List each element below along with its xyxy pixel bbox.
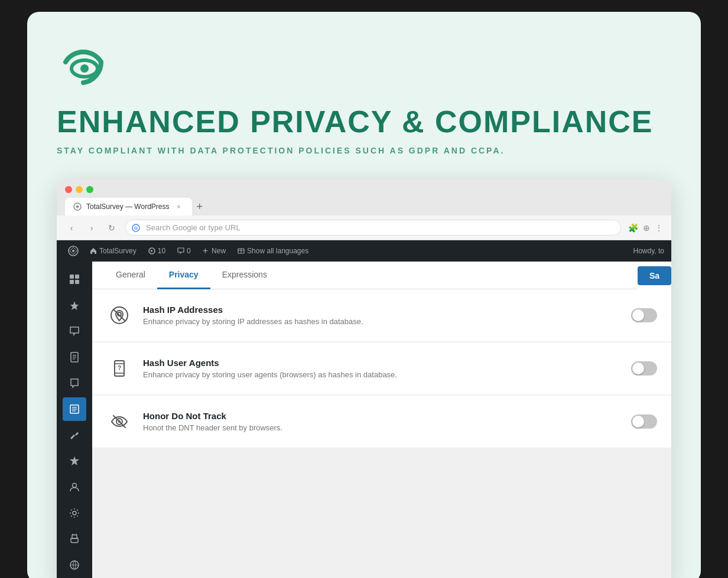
brand-logo bbox=[57, 35, 110, 89]
wp-site-name: TotalSurvey bbox=[99, 247, 136, 255]
sidebar-icon-plugins[interactable] bbox=[63, 527, 86, 551]
setting-hash-ip: Hash IP Addresses Enhance privacy by sto… bbox=[92, 289, 671, 341]
dnt-title: Honor Do Not Track bbox=[143, 411, 620, 421]
eye-off-icon bbox=[109, 411, 130, 432]
page-wrapper: ENHANCED PRIVACY & COMPLIANCE STAY COMPL… bbox=[0, 0, 728, 578]
address-input-text: Search Google or type URL bbox=[146, 223, 240, 232]
minimize-dot[interactable] bbox=[76, 186, 83, 193]
hash-ua-icon-wrap: ? bbox=[106, 355, 132, 381]
setting-dnt: Honor Do Not Track Honot the DNT header … bbox=[92, 396, 671, 448]
updates-icon bbox=[148, 247, 155, 254]
sidebar-icon-surveys[interactable] bbox=[63, 397, 86, 421]
new-tab-button[interactable]: + bbox=[192, 198, 208, 215]
sidebar-icon-extensions[interactable] bbox=[63, 449, 86, 473]
main-card: ENHANCED PRIVACY & COMPLIANCE STAY COMPL… bbox=[27, 12, 701, 578]
settings-tab-row: General Privacy Expressions Sa bbox=[92, 262, 671, 289]
sidebar-icon-pages[interactable] bbox=[63, 345, 86, 369]
wp-main-panel: General Privacy Expressions Sa bbox=[92, 262, 671, 578]
sidebar-icon-dashboard[interactable] bbox=[63, 267, 86, 291]
tab-expressions[interactable]: Expressions bbox=[210, 262, 279, 289]
comments-icon bbox=[177, 247, 184, 254]
dnt-icon-wrap bbox=[106, 409, 132, 435]
hash-ua-toggle[interactable] bbox=[631, 361, 657, 375]
sidebar-icon-tools[interactable] bbox=[63, 423, 86, 447]
menu-icon[interactable]: ⋮ bbox=[655, 223, 663, 233]
sidebar-icon-users[interactable] bbox=[63, 475, 86, 499]
address-bar-actions: 🧩 ⊕ ⋮ bbox=[628, 223, 663, 233]
wp-home-item[interactable]: TotalSurvey bbox=[84, 240, 142, 262]
sidebar-icon-feedback[interactable] bbox=[63, 371, 86, 395]
sidebar-icon-settings[interactable] bbox=[63, 501, 86, 525]
svg-point-23 bbox=[73, 484, 77, 488]
hash-ip-info: Hash IP Addresses Enhance privacy by sto… bbox=[143, 305, 620, 326]
translate-icon bbox=[238, 247, 245, 254]
sidebar-icon-comments[interactable] bbox=[63, 319, 86, 343]
active-tab[interactable]: TotalSurvey — WordPress × bbox=[65, 198, 192, 215]
wp-admin-bar: TotalSurvey 10 0 + New bbox=[57, 240, 671, 262]
sidebar-icon-translate[interactable] bbox=[63, 553, 86, 577]
wp-updates-item[interactable]: 10 bbox=[142, 240, 171, 262]
maximize-dot[interactable] bbox=[86, 186, 93, 193]
tab-general[interactable]: General bbox=[104, 262, 157, 289]
updates-count: 10 bbox=[158, 247, 165, 255]
hash-ua-info: Hash User Agents Enhance privacy by stor… bbox=[143, 358, 620, 379]
extensions-icon[interactable]: 🧩 bbox=[628, 223, 638, 233]
svg-rect-11 bbox=[70, 275, 74, 279]
languages-label: Show all languages bbox=[247, 247, 308, 255]
setting-hash-ua: ? Hash User Agents Enhance privacy by st… bbox=[92, 342, 671, 394]
back-button[interactable]: ‹ bbox=[65, 221, 78, 234]
profile-icon[interactable]: ⊕ bbox=[643, 223, 650, 233]
dnt-toggle-knob bbox=[632, 416, 644, 427]
dnt-toggle[interactable] bbox=[631, 414, 657, 429]
wordpress-logo-icon bbox=[68, 246, 79, 256]
dnt-desc: Honot the DNT header sent by browsers. bbox=[143, 423, 620, 432]
svg-point-1 bbox=[80, 64, 89, 73]
wp-content: General Privacy Expressions Sa bbox=[57, 262, 671, 578]
wp-howdy: Howdy, to bbox=[633, 247, 664, 255]
hash-ip-title: Hash IP Addresses bbox=[143, 305, 620, 315]
wp-logo-button[interactable] bbox=[64, 241, 83, 260]
refresh-button[interactable]: ↻ bbox=[105, 221, 118, 234]
svg-rect-13 bbox=[70, 280, 74, 284]
browser-address-bar: ‹ › ↻ G Search Google or type URL 🧩 ⊕ ⋮ bbox=[57, 215, 671, 240]
close-dot[interactable] bbox=[65, 186, 72, 193]
new-label: New bbox=[212, 247, 226, 255]
hash-ua-desc: Enhance privacy by storing user agents (… bbox=[143, 370, 620, 379]
tab-close-button[interactable]: × bbox=[174, 202, 184, 211]
page-subtitle: STAY COMPLIANT WITH DATA PROTECTION POLI… bbox=[57, 146, 671, 155]
sidebar-icon-pin[interactable] bbox=[63, 293, 86, 317]
hash-ua-title: Hash User Agents bbox=[143, 358, 620, 368]
svg-point-6 bbox=[72, 250, 74, 252]
wp-languages-item[interactable]: Show all languages bbox=[232, 240, 314, 262]
tab-privacy[interactable]: Privacy bbox=[157, 262, 210, 289]
svg-rect-12 bbox=[75, 275, 79, 279]
home-icon bbox=[90, 247, 97, 254]
hash-ip-icon-wrap bbox=[106, 302, 132, 328]
hash-ip-desc: Enhance privacy by storing IP addresses … bbox=[143, 317, 620, 326]
tab-favicon bbox=[73, 203, 82, 211]
settings-tabs: General Privacy Expressions bbox=[92, 262, 638, 289]
svg-rect-25 bbox=[72, 535, 77, 538]
google-icon: G bbox=[132, 224, 140, 232]
wp-admin-items: TotalSurvey 10 0 + New bbox=[84, 240, 632, 262]
address-bar[interactable]: G Search Google or type URL bbox=[125, 220, 621, 236]
device-unknown-icon: ? bbox=[109, 358, 130, 379]
svg-point-24 bbox=[73, 511, 76, 515]
browser-dots bbox=[65, 185, 663, 193]
logo-area bbox=[57, 35, 671, 91]
browser-window: TotalSurvey — WordPress × + ‹ › ↻ G bbox=[57, 179, 671, 578]
wp-new-item[interactable]: + New bbox=[197, 240, 232, 262]
wp-comments-item[interactable]: 0 bbox=[171, 240, 197, 262]
hash-ip-toggle[interactable] bbox=[631, 308, 657, 322]
wp-sidebar bbox=[57, 262, 92, 578]
svg-text:G: G bbox=[134, 226, 138, 231]
hash-ua-toggle-knob bbox=[632, 363, 644, 374]
save-button[interactable]: Sa bbox=[638, 266, 671, 285]
browser-tabs-bar: TotalSurvey — WordPress × + bbox=[65, 198, 663, 215]
hash-ip-toggle-knob bbox=[632, 309, 644, 321]
svg-text:?: ? bbox=[118, 365, 121, 371]
browser-chrome: TotalSurvey — WordPress × + bbox=[57, 179, 671, 215]
forward-button[interactable]: › bbox=[85, 221, 98, 234]
page-title: ENHANCED PRIVACY & COMPLIANCE bbox=[57, 105, 671, 139]
dnt-info: Honor Do Not Track Honot the DNT header … bbox=[143, 411, 620, 432]
